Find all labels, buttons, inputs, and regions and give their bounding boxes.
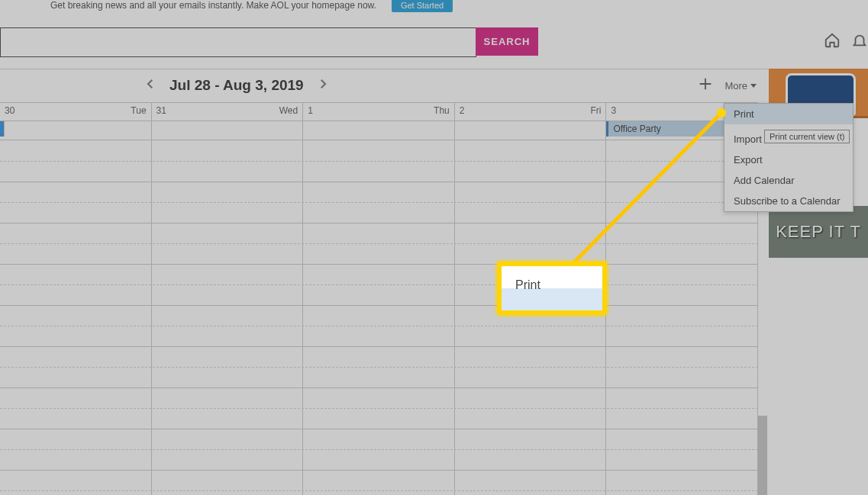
annotation-dot — [717, 108, 726, 117]
stage: { "banner":{"text":"Get breaking news an… — [0, 0, 868, 495]
highlight-label: Print — [515, 278, 540, 292]
dim-overlay — [0, 0, 868, 495]
highlight-print: Print — [497, 262, 607, 315]
